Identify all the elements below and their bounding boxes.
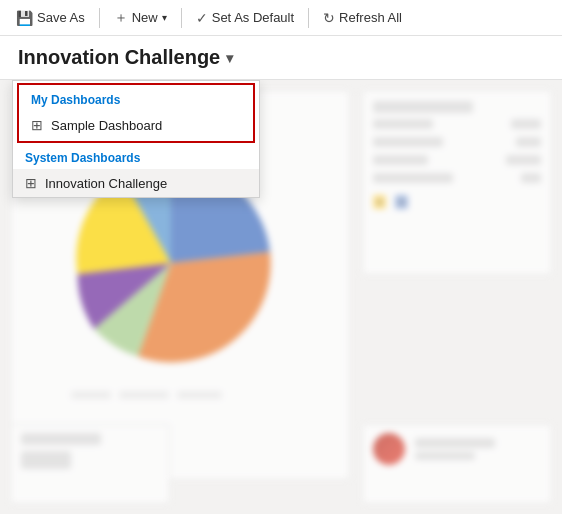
my-dashboards-label: My Dashboards xyxy=(19,87,253,111)
save-as-button[interactable]: 💾 Save As xyxy=(8,6,93,30)
bottom-left-tile xyxy=(10,424,170,504)
main-content: ● ● My Dashboard xyxy=(0,80,562,514)
system-dashboards-label: System Dashboards xyxy=(13,145,259,169)
dropdown-menu[interactable]: My Dashboards ⊞ Sample Dashboard System … xyxy=(12,80,260,198)
sample-dashboard-item[interactable]: ⊞ Sample Dashboard xyxy=(19,111,253,139)
my-dashboards-section: My Dashboards ⊞ Sample Dashboard xyxy=(17,83,255,143)
right-top-tile: ● ● xyxy=(362,90,552,275)
set-as-default-label: Set As Default xyxy=(212,10,294,25)
sample-dashboard-label: Sample Dashboard xyxy=(51,118,162,133)
innovation-challenge-item[interactable]: ⊞ Innovation Challenge xyxy=(13,169,259,197)
bottom-right-tile xyxy=(362,424,552,504)
new-button[interactable]: ＋ New ▾ xyxy=(106,5,175,31)
new-label: New xyxy=(132,10,158,25)
dashboard-icon-sample: ⊞ xyxy=(31,117,43,133)
save-as-label: Save As xyxy=(37,10,85,25)
refresh-all-label: Refresh All xyxy=(339,10,402,25)
new-chevron-icon: ▾ xyxy=(162,12,167,23)
refresh-all-button[interactable]: ↻ Refresh All xyxy=(315,6,410,30)
set-as-default-button[interactable]: ✓ Set As Default xyxy=(188,6,302,30)
save-icon: 💾 xyxy=(16,10,33,26)
toolbar: 💾 Save As ＋ New ▾ ✓ Set As Default ↻ Ref… xyxy=(0,0,562,36)
title-chevron-icon: ▾ xyxy=(226,50,233,66)
plus-icon: ＋ xyxy=(114,9,128,27)
check-icon: ✓ xyxy=(196,10,208,26)
avatar xyxy=(373,433,405,465)
toolbar-divider-2 xyxy=(181,8,182,28)
header-bar: Innovation Challenge ▾ xyxy=(0,36,562,80)
dashboard-icon-innovation: ⊞ xyxy=(25,175,37,191)
refresh-icon: ↻ xyxy=(323,10,335,26)
dashboard-title-dropdown-button[interactable]: Innovation Challenge ▾ xyxy=(12,42,239,73)
dashboard-title: Innovation Challenge xyxy=(18,46,220,69)
toolbar-divider-1 xyxy=(99,8,100,28)
toolbar-divider-3 xyxy=(308,8,309,28)
innovation-challenge-label: Innovation Challenge xyxy=(45,176,167,191)
